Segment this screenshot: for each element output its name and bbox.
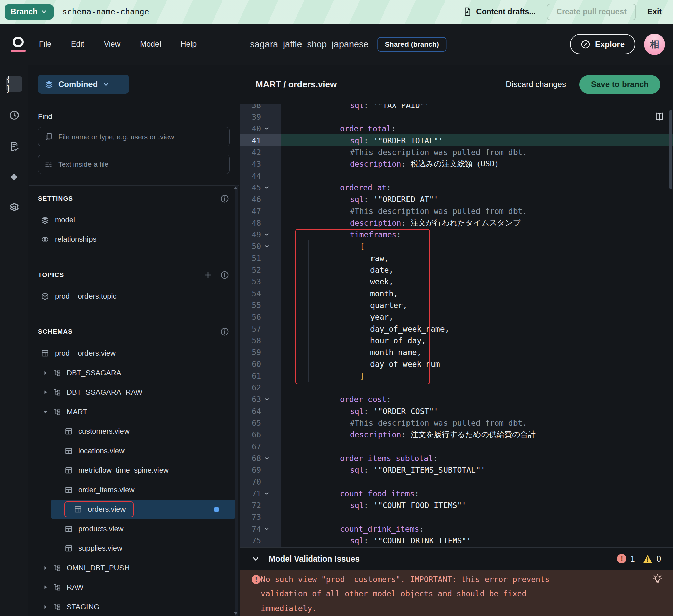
tree-item-metricflow-time-spine-view[interactable]: metricflow_time_spine.view	[29, 461, 239, 480]
caret-right-icon[interactable]	[41, 565, 49, 571]
line-number: 39	[240, 113, 261, 121]
gear-icon[interactable]	[0, 199, 28, 216]
create-pull-request-button[interactable]: Create pull request	[547, 4, 636, 20]
code-line-44[interactable]: 44	[240, 170, 673, 182]
code-line-69[interactable]: 69sql: '"ORDER_ITEMS_SUBTOTAL"'	[240, 464, 673, 476]
combined-dropdown[interactable]: Combined	[38, 75, 129, 94]
chevron-down-icon[interactable]	[252, 555, 260, 563]
explore-button[interactable]: Explore	[570, 34, 635, 54]
schema-icon	[52, 408, 61, 416]
line-number: 59	[240, 348, 261, 357]
sidebar-item-relationships[interactable]: relationships	[41, 230, 239, 249]
fold-chevron-icon[interactable]	[264, 185, 270, 190]
tree-item-dbt-ssagara-raw[interactable]: DBT_SSAGARA_RAW	[29, 383, 239, 402]
code-line-39[interactable]: 39	[240, 111, 673, 123]
caret-right-icon[interactable]	[41, 389, 49, 396]
tree-item-products-view[interactable]: products.view	[29, 519, 239, 539]
code-line-65[interactable]: 65#This description was pulled from dbt.	[240, 417, 673, 429]
braces-icon[interactable]: { }	[6, 76, 22, 92]
line-number: 46	[240, 195, 261, 204]
code-line-66[interactable]: 66description: 注文を履行するための供給費の合計	[240, 429, 673, 440]
sidebar-item-model[interactable]: model	[41, 210, 239, 230]
code-line-75[interactable]: 75sql: '"COUNT_DRINK_ITEMS"'	[240, 535, 673, 546]
content-drafts-button[interactable]: Content drafts...	[463, 7, 535, 16]
discard-changes-button[interactable]: Discard changes	[506, 80, 566, 89]
sidebar-scrollbar[interactable]	[235, 185, 238, 616]
caret-right-icon[interactable]	[41, 370, 49, 376]
info-icon[interactable]	[220, 271, 229, 279]
code-line-48[interactable]: 48description: 注文が行われたタイムスタンプ	[240, 217, 673, 229]
tree-item-mart[interactable]: MART	[29, 402, 239, 422]
info-icon[interactable]	[220, 194, 229, 203]
branch-name: schema-name-change	[62, 7, 149, 16]
code-line-68[interactable]: 68order_items_subtotal:	[240, 452, 673, 464]
fold-chevron-icon[interactable]	[264, 396, 270, 402]
tree-item-prod-orders-view[interactable]: prod__orders.view	[29, 344, 239, 363]
plus-icon[interactable]	[204, 271, 212, 279]
line-number: 75	[240, 536, 261, 545]
tree-item-customers-view[interactable]: customers.view	[29, 422, 239, 441]
history-clock-icon[interactable]	[0, 107, 28, 123]
code-line-43[interactable]: 43description: 税込みの注文総額（USD）	[240, 158, 673, 170]
fold-chevron-icon[interactable]	[264, 455, 270, 461]
exit-button[interactable]: Exit	[647, 7, 662, 16]
code-line-40[interactable]: 40order_total:	[240, 123, 673, 134]
fold-chevron-icon[interactable]	[264, 243, 270, 249]
tree-item-order-items-view[interactable]: order_items.view	[29, 480, 239, 500]
scroll-down-icon[interactable]	[234, 612, 238, 615]
code-line-45[interactable]: 45ordered_at:	[240, 182, 673, 193]
code-editor[interactable]: 38sql: '"TAX_PAID"'3940order_total:41sql…	[240, 104, 673, 547]
code-line-72[interactable]: 72sql: '"COUNT_FOOD_ITEMS"'	[240, 499, 673, 511]
book-icon[interactable]	[654, 111, 664, 121]
branch-button[interactable]: Branch	[5, 4, 54, 20]
menu-view[interactable]: View	[104, 40, 120, 49]
code-line-71[interactable]: 71count_food_items:	[240, 488, 673, 499]
code-line-73[interactable]: 73	[240, 511, 673, 523]
share-badge[interactable]: Shared (branch)	[378, 37, 447, 52]
file-check-icon[interactable]	[0, 138, 28, 154]
sparkle-icon[interactable]	[0, 169, 28, 185]
fold-chevron-icon[interactable]	[264, 526, 270, 532]
item-label: relationships	[55, 235, 97, 244]
code-line-70[interactable]: 70	[240, 476, 673, 488]
caret-down-icon[interactable]	[41, 409, 49, 415]
editor-scrollbar-thumb[interactable]	[669, 110, 672, 189]
menu-edit[interactable]: Edit	[71, 40, 84, 49]
find-text-input[interactable]: Text inside a file	[38, 155, 230, 174]
code-line-46[interactable]: 46sql: '"ORDERED_AT"'	[240, 193, 673, 205]
tree-item-staging[interactable]: STAGING	[29, 597, 239, 616]
menu-file[interactable]: File	[39, 40, 51, 49]
avatar[interactable]: 相	[644, 34, 665, 55]
tree-item-orders-view[interactable]: orders.view	[51, 500, 236, 519]
tree-item-raw[interactable]: RAW	[29, 578, 239, 597]
fold-chevron-icon[interactable]	[264, 491, 270, 496]
caret-right-icon[interactable]	[41, 604, 49, 610]
code-line-38[interactable]: 38sql: '"TAX_PAID"'	[240, 104, 673, 111]
validation-header[interactable]: Model Validation Issues ! 1 0	[240, 547, 673, 570]
table-icon	[41, 349, 49, 358]
tree-item-supplies-view[interactable]: supplies.view	[29, 539, 239, 558]
sidebar-item-prod-orders-topic[interactable]: prod__orders.topic	[41, 286, 239, 306]
menu-help[interactable]: Help	[181, 40, 197, 49]
find-file-input[interactable]: File name or type, e.g. users or .view	[38, 127, 230, 146]
info-icon[interactable]	[220, 327, 229, 336]
caret-right-icon[interactable]	[41, 584, 49, 591]
code-line-67[interactable]: 67	[240, 440, 673, 452]
code-line-63[interactable]: 63order_cost:	[240, 393, 673, 405]
omni-logo-icon[interactable]	[10, 37, 26, 52]
tree-item-dbt-ssagara[interactable]: DBT_SSAGARA	[29, 363, 239, 383]
code-line-47[interactable]: 47#This description was pulled from dbt.	[240, 205, 673, 217]
tree-item-locations-view[interactable]: locations.view	[29, 441, 239, 461]
code-line-41[interactable]: 41sql: '"ORDER_TOTAL"'	[240, 134, 673, 146]
fold-chevron-icon[interactable]	[264, 232, 270, 237]
scroll-up-icon[interactable]	[234, 187, 238, 189]
code-line-74[interactable]: 74count_drink_items:	[240, 523, 673, 535]
lightbulb-icon[interactable]	[652, 574, 663, 584]
menu-model[interactable]: Model	[140, 40, 161, 49]
save-to-branch-button[interactable]: Save to branch	[579, 75, 660, 94]
tree-item-omni-dbt-push[interactable]: OMNI_DBT_PUSH	[29, 558, 239, 578]
code-line-64[interactable]: 64sql: '"ORDER_COST"'	[240, 405, 673, 417]
fold-chevron-icon[interactable]	[264, 126, 270, 131]
schema-icon	[52, 369, 61, 377]
code-line-42[interactable]: 42#This description was pulled from dbt.	[240, 146, 673, 158]
